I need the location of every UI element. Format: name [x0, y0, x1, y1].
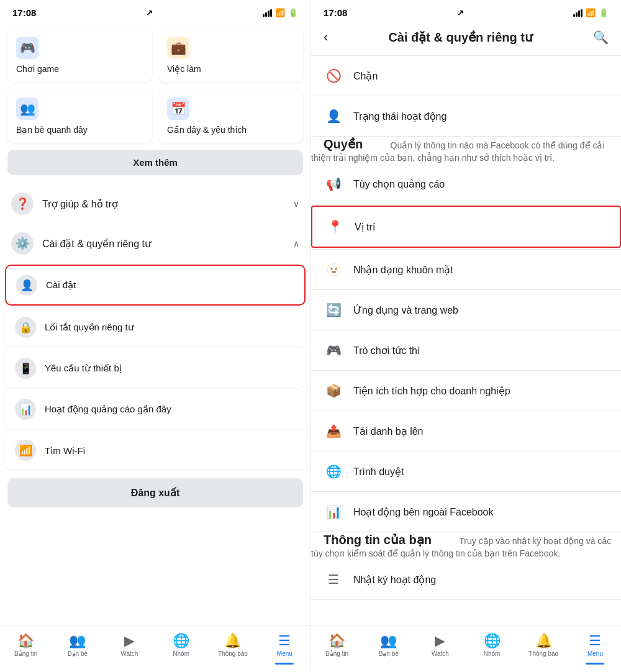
settings-item-trinhduyet[interactable]: 🌐 Trình duyệt	[311, 452, 621, 491]
notif-bell-icon: 🔔	[224, 633, 241, 649]
sub-item-caidat-label: Cài đặt	[46, 279, 76, 291]
settings-label-trangthai: Trạng thái hoạt động	[353, 111, 446, 122]
right-status-time: 17:08	[324, 7, 347, 18]
nav-item-menu-r[interactable]: ☰ Menu	[569, 630, 621, 660]
nav-item-banbe-r[interactable]: 👥 Bạn bè	[363, 630, 414, 660]
logout-button[interactable]: Đăng xuất	[7, 478, 303, 507]
face-recognition-icon: 🫥	[324, 260, 343, 279]
page-title: Cài đặt & quyền riêng tư	[338, 30, 583, 45]
nav-item-watch-r[interactable]: ▶ Watch	[414, 630, 466, 660]
settings-label-vitri: Vị trí	[355, 221, 375, 233]
nav-item-bangtin-r[interactable]: 🏠 Bảng tin	[311, 630, 363, 660]
grid-item-game[interactable]: 🎮 Chơi game	[7, 28, 152, 83]
settings-item-tienich[interactable]: 📦 Tiện ích tích hợp cho doanh nghiệp	[311, 371, 621, 411]
divider-12	[311, 599, 621, 600]
nav-label-thongbao-r: Thông báo	[528, 650, 558, 657]
block-user-icon: 🚫	[324, 66, 343, 86]
sub-item-loitat[interactable]: 🔒 Lối tắt quyền riêng tư	[5, 308, 306, 347]
nav-item-bangtins[interactable]: 🏠 Bảng tin	[0, 630, 52, 660]
settings-item-nhatky[interactable]: ☰ Nhật ký hoạt động	[311, 560, 621, 599]
nav-item-thongbaos[interactable]: 🔔 Thông báo	[207, 630, 258, 660]
settings-item-taidanh[interactable]: 📤 Tải danh bạ lên	[311, 411, 621, 451]
right-battery-icon: 🔋	[599, 8, 609, 17]
groups-r-icon: 🌐	[484, 633, 501, 649]
left-phone-panel: 17:08 ↗ 📶 🔋 🎮 Chơi game 💼 Việc làm	[0, 0, 310, 672]
menu-section: ❓ Trợ giúp & hỗ trợ ∨ ⚙️ Cài đặt & quyền…	[0, 185, 310, 262]
watch-r-icon: ▶	[435, 633, 445, 649]
nav-label-watchs: Watch	[120, 650, 138, 657]
settings-label-nhandang: Nhận dạng khuôn mặt	[353, 264, 453, 276]
signal-bars	[263, 9, 272, 17]
menu-item-help[interactable]: ❓ Trợ giúp & hỗ trợ ∨	[5, 185, 306, 222]
settings-label-hoatdongngoai: Hoạt động bên ngoài Facebook	[353, 506, 493, 518]
grid-item-nearby[interactable]: 👥 Bạn bè quanh đây	[7, 89, 152, 143]
grid-item-job[interactable]: 💼 Việc làm	[158, 28, 303, 83]
grid-section: 🎮 Chơi game 💼 Việc làm 👥 Bạn bè quanh đâ…	[0, 22, 310, 150]
recent-icon: 📅	[167, 98, 189, 120]
settings-label-ungdung: Ứng dụng và trang web	[353, 304, 458, 316]
right-status-icons: 📶 🔋	[573, 8, 609, 17]
search-button[interactable]: 🔍	[591, 27, 611, 47]
activity-log-icon: ☰	[324, 570, 343, 589]
business-tools-icon: 📦	[324, 381, 343, 401]
menu-item-help-label: Trợ giúp & hỗ trợ	[42, 198, 284, 210]
settings-item-vitri[interactable]: 📍 Vị trí	[312, 207, 620, 247]
nav-item-menus[interactable]: ☰ Menu	[259, 630, 310, 660]
sub-item-caidat[interactable]: 👤 Cài đặt	[5, 265, 306, 306]
menu-burger-icon: ☰	[278, 633, 291, 649]
contacts-upload-icon: 📤	[324, 421, 343, 441]
see-more-button[interactable]: Xem thêm	[7, 150, 303, 175]
location-pin-icon: 📍	[325, 217, 345, 237]
friends-icon: 👥	[69, 633, 86, 649]
sub-item-hoatdong[interactable]: 📊 Hoạt động quảng cáo gần đây	[5, 390, 306, 429]
nav-item-banbes[interactable]: 👥 Bạn bè	[52, 630, 103, 660]
nav-active-indicator	[275, 663, 294, 665]
loitat-lock-icon: 🔒	[15, 317, 36, 338]
settings-item-chan[interactable]: 🚫 Chặn	[311, 56, 621, 96]
nav-label-menu-r: Menu	[587, 650, 603, 657]
sub-item-yeucau[interactable]: 📱 Yêu cầu từ thiết bị	[5, 349, 306, 388]
nav-label-bangtin-r: Bảng tin	[325, 650, 348, 657]
nav-label-bangtins: Bảng tin	[14, 650, 37, 657]
sub-item-hoatdong-label: Hoạt động quảng cáo gần đây	[45, 404, 171, 415]
caidat-user-icon: 👤	[16, 275, 37, 296]
nav-item-thongbao-r[interactable]: 🔔 Thông báo	[518, 630, 569, 660]
settings-item-nhandang[interactable]: 🫥 Nhận dạng khuôn mặt	[311, 250, 621, 289]
nav-item-nhom-r[interactable]: 🌐 Nhóm	[466, 630, 518, 660]
nav-item-nhoms[interactable]: 🌐 Nhóm	[155, 630, 207, 660]
settings-label-taidanh: Tải danh bạ lên	[353, 425, 424, 437]
right-phone-panel: 17:08 ↗ 📶 🔋 ‹ Cài đặt & quyền riêng tư 🔍…	[310, 0, 621, 672]
sub-item-wifi-label: Tìm Wi-Fi	[45, 445, 85, 456]
off-facebook-icon: 📊	[324, 502, 343, 522]
settings-chevron-icon: ∧	[293, 238, 299, 248]
home-r-icon: 🏠	[329, 633, 345, 649]
settings-item-trochoi[interactable]: 🎮 Trò chơi tức thì	[311, 330, 621, 370]
groups-icon: 🌐	[173, 633, 189, 649]
nav-item-watchs[interactable]: ▶ Watch	[104, 630, 155, 660]
game-icon: 🎮	[16, 37, 39, 59]
battery-icon: 🔋	[288, 8, 298, 17]
nav-label-banbe-r: Bạn bè	[379, 650, 399, 657]
notif-r-icon: 🔔	[535, 633, 552, 649]
menu-item-settings[interactable]: ⚙️ Cài đặt & quyền riêng tư ∧	[5, 225, 306, 262]
settings-item-tuychon[interactable]: 📢 Tùy chọn quảng cáo	[311, 164, 621, 204]
sub-item-yeucau-label: Yêu cầu từ thiết bị	[45, 363, 122, 374]
sub-item-loitat-label: Lối tắt quyền riêng tư	[45, 322, 134, 333]
settings-item-ungdung[interactable]: 🔄 Ứng dụng và trang web	[311, 290, 621, 330]
grid-item-recent[interactable]: 📅 Gần đây & yêu thích	[158, 89, 303, 143]
back-button[interactable]: ‹	[321, 27, 330, 48]
menu-r-icon: ☰	[589, 633, 601, 649]
left-bottom-nav: 🏠 Bảng tin 👥 Bạn bè ▶ Watch 🌐 Nhóm 🔔 Thô…	[0, 625, 310, 672]
sub-item-wifi[interactable]: 📶 Tìm Wi-Fi	[5, 431, 306, 470]
left-panel-content: 🎮 Chơi game 💼 Việc làm 👥 Bạn bè quanh đâ…	[0, 22, 310, 625]
nav-label-nhoms: Nhóm	[173, 650, 189, 657]
nav-label-menus: Menu	[277, 650, 292, 657]
menu-item-settings-label: Cài đặt & quyền riêng tư	[42, 238, 284, 250]
left-status-bar: 17:08 ↗ 📶 🔋	[0, 0, 310, 22]
settings-gear-icon: ⚙️	[11, 232, 34, 255]
wifi-signal-icon: 📶	[15, 440, 36, 461]
nav-label-watch-r: Watch	[432, 650, 449, 657]
divider-3	[311, 204, 621, 204]
browser-icon: 🌐	[324, 461, 343, 481]
job-icon: 💼	[167, 37, 189, 59]
